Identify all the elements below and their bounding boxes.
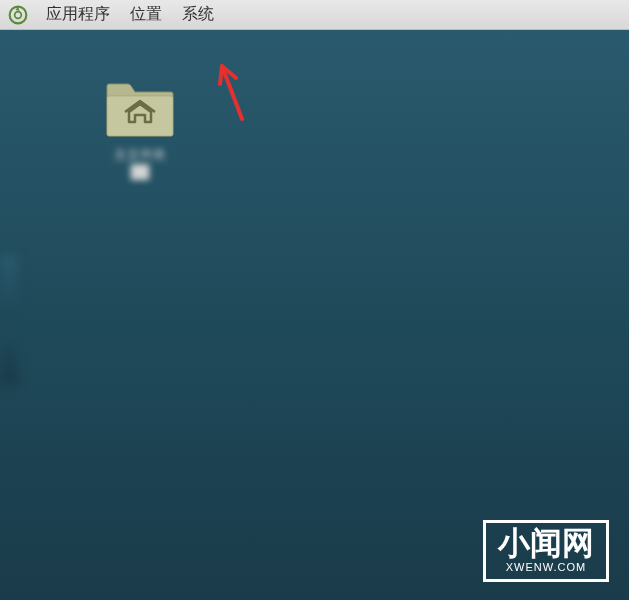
obscured-icon-2 (0, 330, 18, 385)
home-folder-label: 主文件夹 (114, 146, 166, 164)
obscured-icon-1 (0, 255, 18, 310)
annotation-arrow (212, 64, 252, 128)
menu-system[interactable]: 系统 (174, 2, 222, 27)
svg-point-1 (15, 11, 22, 18)
watermark-badge: 小闻网 XWENW.COM (483, 520, 609, 582)
desktop-area[interactable]: 主文件夹 ██ 小闻网 XWENW.COM (0, 30, 629, 600)
watermark-text: 小闻网 (498, 527, 594, 559)
menu-applications[interactable]: 应用程序 (38, 2, 118, 27)
home-folder-label2: ██ (131, 164, 149, 179)
home-folder-icon[interactable]: 主文件夹 ██ (80, 80, 200, 179)
menu-places[interactable]: 位置 (122, 2, 170, 27)
menu-bar: 应用程序 位置 系统 (0, 0, 629, 30)
watermark-url: XWENW.COM (498, 561, 594, 573)
folder-home-icon (105, 80, 175, 138)
system-logo-icon (8, 5, 28, 25)
